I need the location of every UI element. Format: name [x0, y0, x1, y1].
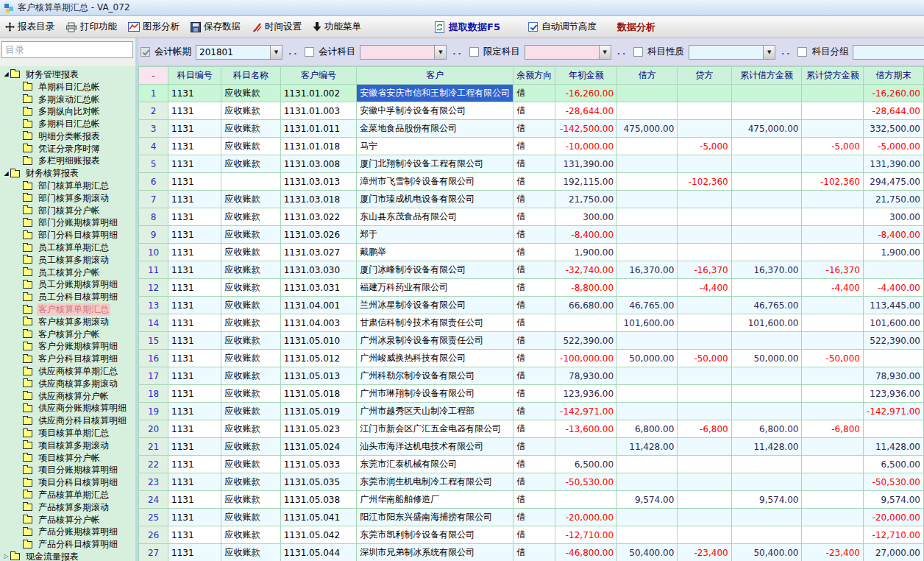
- grid-cell[interactable]: 1131.05.035: [280, 473, 357, 491]
- grid-cell[interactable]: 阳江市阳东兴盛南海捕捞有限公司: [357, 509, 513, 526]
- grid-cell[interactable]: 1131.03.027: [280, 244, 357, 261]
- grid-cell[interactable]: 应收账款: [221, 155, 280, 173]
- grid-cell[interactable]: [617, 138, 678, 155]
- grid-cell[interactable]: 101,600.00: [731, 314, 802, 332]
- grid-cell[interactable]: [617, 509, 678, 526]
- grid-cell[interactable]: 应收账款: [221, 473, 280, 491]
- grid-cell[interactable]: 1131.05.013: [280, 367, 357, 385]
- grid-cell[interactable]: [678, 473, 731, 491]
- grid-cell[interactable]: [731, 208, 802, 226]
- tree-item[interactable]: 客户分科目核算明细: [0, 353, 135, 365]
- grid-cell[interactable]: [678, 297, 731, 314]
- tree-item[interactable]: 产品分科目核算明细: [0, 538, 135, 551]
- grid-cell[interactable]: -12,710.00: [555, 526, 617, 544]
- grid-cell[interactable]: 1131: [168, 244, 221, 261]
- grid-cell[interactable]: [731, 403, 802, 420]
- grid-cell[interactable]: -8,400.00: [555, 226, 617, 244]
- grid-cell[interactable]: 漳州市飞雪制冷设备有限公司: [357, 173, 513, 191]
- tree-item[interactable]: 供应商分账期核算明细: [0, 403, 135, 415]
- grid-cell[interactable]: 27,000.00: [863, 544, 923, 561]
- grid-cell[interactable]: 借: [513, 367, 555, 385]
- grid-cell[interactable]: 27: [139, 544, 168, 561]
- grid-cell[interactable]: 1131.05.012: [280, 350, 357, 367]
- grid-cell[interactable]: [802, 208, 863, 226]
- grid-cell[interactable]: -46,800.00: [555, 544, 617, 561]
- grid-cell[interactable]: 294,475.00: [863, 173, 923, 191]
- grid-cell[interactable]: [863, 350, 923, 367]
- tree-group[interactable]: ◢财务管理报表: [0, 68, 135, 81]
- grid-cell[interactable]: 应收账款: [221, 297, 280, 314]
- grid-cell[interactable]: -100,000.00: [555, 350, 617, 367]
- grid-cell[interactable]: [678, 403, 731, 420]
- tree-item[interactable]: 供应商分科目核算明细: [0, 414, 135, 427]
- grid-cell[interactable]: [731, 456, 802, 473]
- grid-cell[interactable]: 1131.05.033: [280, 456, 357, 473]
- grid-cell[interactable]: 22: [139, 456, 168, 473]
- grid-cell[interactable]: 应收账款: [221, 509, 280, 526]
- grid-cell[interactable]: -16,370: [802, 261, 863, 279]
- grid-cell[interactable]: -5,000: [678, 138, 731, 155]
- tree-item[interactable]: 产品核算多期滚动: [0, 501, 135, 514]
- grid-cell[interactable]: [802, 491, 863, 509]
- grid-cell[interactable]: 1131.03.031: [280, 279, 357, 297]
- grid-cell[interactable]: 21,750.00: [555, 191, 617, 208]
- grid-cell[interactable]: 汕头市海洋达机电技术有限公司: [357, 438, 513, 456]
- grid-cell[interactable]: 1131.03.030: [280, 261, 357, 279]
- grid-cell[interactable]: [802, 403, 863, 420]
- grid-cell[interactable]: [802, 314, 863, 332]
- grid-cell[interactable]: [802, 438, 863, 456]
- collapse-triangle-icon[interactable]: ◢: [2, 71, 10, 78]
- dropdown-arrow-icon[interactable]: ▼: [270, 46, 282, 59]
- tree-item[interactable]: 客户核算多期滚动: [0, 316, 135, 328]
- grid-cell[interactable]: 332,500.00: [863, 120, 923, 138]
- tree-item[interactable]: 凭证分录序时簿: [0, 143, 135, 155]
- filter-dropdown[interactable]: ▼: [525, 45, 611, 60]
- grid-cell[interactable]: 1131: [168, 403, 221, 420]
- grid-cell[interactable]: [802, 85, 863, 102]
- grid-cell[interactable]: 1131: [168, 102, 221, 120]
- grid-cell[interactable]: [617, 155, 678, 173]
- grid-cell[interactable]: -102,360: [802, 173, 863, 191]
- tree-item[interactable]: 客户核算单期汇总: [0, 303, 135, 316]
- grid-cell[interactable]: [678, 367, 731, 385]
- grid-cell[interactable]: 78,930.00: [555, 367, 617, 385]
- grid-cell[interactable]: 50,400.00: [617, 544, 678, 561]
- grid-cell[interactable]: 借: [513, 403, 555, 420]
- grid-cell[interactable]: 11,428.00: [617, 438, 678, 456]
- grid-cell[interactable]: 11,428.00: [863, 438, 923, 456]
- grid-cell[interactable]: 16: [139, 350, 168, 367]
- grid-cell[interactable]: -6,800: [802, 420, 863, 438]
- grid-cell[interactable]: 1131: [168, 261, 221, 279]
- grid-cell[interactable]: [802, 120, 863, 138]
- grid-cell[interactable]: [731, 191, 802, 208]
- time-settings-button[interactable]: 时间设置: [252, 21, 302, 33]
- grid-cell[interactable]: 1131.01.011: [280, 120, 357, 138]
- grid-cell[interactable]: -28,644.00: [555, 102, 617, 120]
- grid-cell[interactable]: [802, 367, 863, 385]
- grid-cell[interactable]: 厦门冰峰制冷设备有限公司: [357, 261, 513, 279]
- grid-cell[interactable]: 1131.03.022: [280, 208, 357, 226]
- column-header[interactable]: 累计借方金额: [731, 67, 802, 85]
- grid-cell[interactable]: 应收账款: [221, 544, 280, 561]
- grid-cell[interactable]: 应收账款: [221, 403, 280, 420]
- column-header[interactable]: 年初金额: [555, 67, 617, 85]
- grid-cell[interactable]: 1131: [168, 544, 221, 561]
- grid-cell[interactable]: -20,000.00: [863, 509, 923, 526]
- grid-cell[interactable]: 借: [513, 279, 555, 297]
- grid-cell[interactable]: 131,390.00: [863, 155, 923, 173]
- grid-cell[interactable]: -102,360: [678, 173, 731, 191]
- tree-item[interactable]: 客户核算分户帐: [0, 328, 135, 341]
- grid-cell[interactable]: [731, 85, 802, 102]
- grid-cell[interactable]: 借: [513, 544, 555, 561]
- grid-cell[interactable]: 1131: [168, 85, 221, 102]
- grid-cell[interactable]: 7: [139, 191, 168, 208]
- grid-cell[interactable]: 1,900.00: [555, 244, 617, 261]
- grid-cell[interactable]: [731, 226, 802, 244]
- column-header[interactable]: 贷方: [678, 67, 731, 85]
- grid-cell[interactable]: 1131.05.038: [280, 491, 357, 509]
- grid-cell[interactable]: [678, 244, 731, 261]
- grid-cell[interactable]: 16,370.00: [617, 261, 678, 279]
- auto-height-toggle[interactable]: 自动调节高度: [528, 21, 597, 33]
- tree-item[interactable]: 员工核算多期滚动: [0, 254, 135, 267]
- filter-dropdown[interactable]: ▼: [689, 45, 775, 60]
